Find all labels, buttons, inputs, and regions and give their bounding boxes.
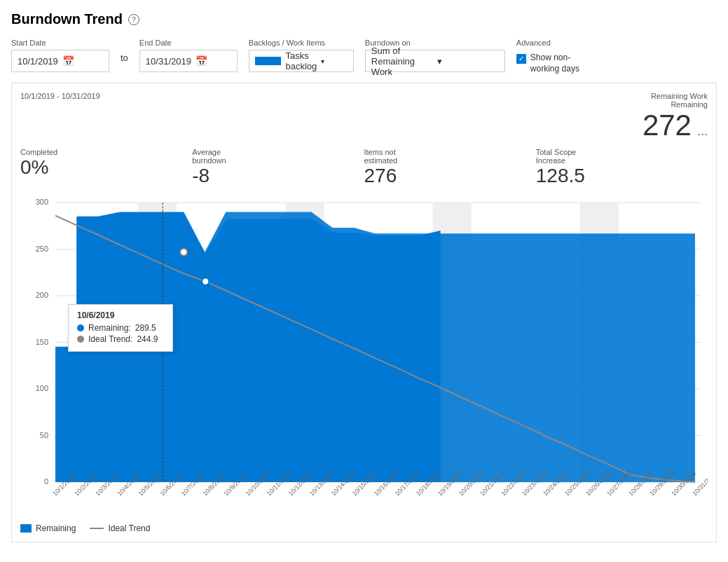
tooltip-ideal-label: Ideal Trend: [88,334,132,344]
more-options-button[interactable]: ... [697,125,708,137]
stat-not-estimated-value: 276 [364,165,536,187]
remaining-work-value: 272 [643,109,692,142]
legend-ideal-label: Ideal Trend [108,523,150,533]
page-title: Burndown Trend [11,11,123,27]
show-nonworking-checkbox[interactable]: ✓ [516,54,526,64]
advanced-label: Advanced [516,39,586,47]
legend-remaining-color [20,524,32,533]
calendar-icon: 📅 [62,55,103,67]
tooltip-date: 10/6/2019 [77,310,164,320]
to-label: to [121,39,128,63]
legend-ideal-line [90,528,104,529]
svg-text:50: 50 [40,431,48,439]
chart-container: 10/1/2019 - 10/31/2019 Remaining Work Re… [11,83,717,542]
burndown-value: Sum of Remaining Work [371,46,433,77]
svg-point-21 [180,249,187,256]
end-date-label: End Date [139,39,238,47]
chart-area: 0 50 100 150 200 250 300 [20,196,708,518]
page-container: Burndown Trend ? Start Date 10/1/2019 📅 … [0,0,728,562]
start-date-group: Start Date 10/1/2019 📅 [11,39,109,72]
stat-not-estimated-label: Items notestimated [364,148,536,165]
legend-ideal-trend: Ideal Trend [90,523,150,533]
calendar-icon-2: 📅 [195,55,231,67]
stat-scope-increase-label: Total ScopeIncrease [536,148,708,165]
backlogs-group: Backlogs / Work Items Tasks backlog ▾ [249,39,354,72]
page-header: Burndown Trend ? [11,11,717,27]
advanced-group: Advanced ✓ Show non-working days [516,39,586,74]
backlog-icon [255,57,282,65]
chart-tooltip: 10/6/2019 Remaining: 289.5 Ideal Trend: … [68,304,173,352]
legend-remaining-label: Remaining [36,523,76,533]
stat-not-estimated: Items notestimated 276 [364,148,536,187]
svg-point-22 [202,278,209,285]
stat-scope-increase: Total ScopeIncrease 128.5 [536,148,708,187]
stat-completed-value: 0% [20,156,192,179]
controls-bar: Start Date 10/1/2019 📅 to End Date 10/31… [11,39,717,74]
stat-avg-burndown: Averageburndown -8 [192,148,364,187]
stats-row: Completed 0% Averageburndown -8 Items no… [20,148,708,187]
burndown-dropdown[interactable]: Sum of Remaining Work ▾ [365,50,505,72]
stat-avg-burndown-label: Averageburndown [192,148,364,165]
chart-legend: Remaining Ideal Trend [20,523,708,533]
tooltip-ideal-row: Ideal Trend: 244.9 [77,334,164,344]
svg-text:100: 100 [36,384,48,392]
check-icon: ✓ [518,55,524,62]
remaining-work-box: Remaining Work Remaining 272 ... [643,92,708,142]
end-date-value: 10/31/2019 [146,56,191,67]
start-date-input[interactable]: 10/1/2019 📅 [11,50,109,72]
show-nonworking-row: ✓ Show non-working days [516,53,586,74]
show-nonworking-label: Show non-working days [530,53,586,74]
stat-avg-burndown-value: -8 [192,165,364,187]
stat-scope-increase-value: 128.5 [536,165,708,187]
backlogs-label: Backlogs / Work Items [249,39,354,47]
start-date-value: 10/1/2019 [18,56,58,67]
end-date-input[interactable]: 10/31/2019 📅 [139,50,238,72]
remaining-work-label: Remaining Work Remaining [651,92,708,109]
burndown-chevron-icon: ▾ [437,56,499,67]
tooltip-remaining-row: Remaining: 289.5 [77,323,164,333]
start-date-label: Start Date [11,39,109,47]
svg-text:250: 250 [36,245,48,253]
svg-text:200: 200 [36,291,48,299]
svg-text:300: 300 [36,198,48,206]
chart-date-range: 10/1/2019 - 10/31/2019 [20,92,100,100]
tooltip-remaining-dot [77,324,84,331]
tooltip-ideal-value: 244.9 [137,334,158,344]
help-icon[interactable]: ? [128,14,139,25]
chevron-down-icon: ▾ [321,57,348,65]
end-date-group: End Date 10/31/2019 📅 [139,39,238,72]
stat-completed: Completed 0% [20,148,192,179]
svg-text:150: 150 [36,338,48,346]
chart-header: 10/1/2019 - 10/31/2019 Remaining Work Re… [20,92,708,142]
stat-completed-label: Completed [20,148,192,156]
burndown-group: Burndown on Sum of Remaining Work ▾ [365,39,505,72]
backlogs-value: Tasks backlog [285,50,317,71]
backlogs-dropdown[interactable]: Tasks backlog ▾ [249,50,354,72]
tooltip-remaining-label: Remaining: [88,323,131,333]
legend-remaining: Remaining [20,523,76,533]
svg-text:0: 0 [44,477,48,486]
tooltip-remaining-value: 289.5 [135,323,156,333]
tooltip-ideal-dot [77,336,84,343]
chart-svg: 0 50 100 150 200 250 300 [20,196,708,518]
